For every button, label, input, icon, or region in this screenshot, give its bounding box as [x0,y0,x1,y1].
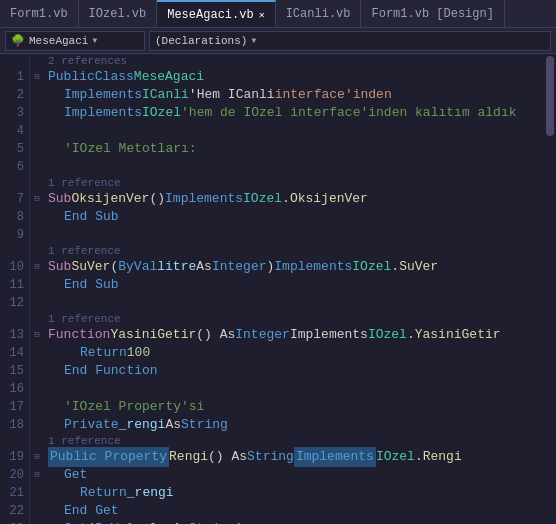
code-line-10: Sub SuVer ( ByVal litre As Integer ) Imp… [48,258,544,276]
ref-line-13: 1 reference [48,312,544,326]
id-litre: litre [157,258,196,276]
code-lines: 2 references Public Class MeseAgaci Impl… [44,54,544,524]
text-hem: 'Hem ICanli [189,86,275,104]
code-line-7: Sub OksijenVer () Implements IOzel . Oks… [48,190,544,208]
ref-line-10: 1 reference [48,244,544,258]
text-as-23: As [173,520,189,524]
code-line-23: Set ( ByVal value As String ) [48,520,544,524]
scrollbar[interactable] [544,54,556,524]
gutter-16 [30,380,44,398]
tab-iozel[interactable]: IOzel.vb [79,0,158,27]
tab-icanli[interactable]: ICanli.vb [276,0,362,27]
gutter-10[interactable]: ⊟ [30,258,44,276]
comment-17: 'IOzel Property'si [64,398,204,416]
gutter-ref10 [30,244,44,258]
tab-form1-design[interactable]: Form1.vb [Design] [361,0,504,27]
ref-text-13: 1 reference [48,312,121,326]
tree-icon: 🌳 [11,34,25,47]
line-num-4: 4 [0,122,24,140]
kw-byval-23: ByVal [95,520,134,524]
line-num-ref19 [0,434,24,448]
gutter-1[interactable]: ⊟ [30,68,44,86]
gutter-19[interactable]: ⊟ [30,448,44,466]
member-dropdown[interactable]: (Declarations) ▼ [149,31,551,51]
gutter-14 [30,344,44,362]
gutter-9 [30,226,44,244]
code-line-17: 'IOzel Property'si [48,398,544,416]
code-line-8: End Sub [48,208,544,226]
id-suver-dot: SuVer [399,258,438,276]
gutter-2 [30,86,44,104]
text-implements-fn: Implements [290,326,368,344]
ref-line-1: 2 references [48,54,544,68]
id-iozel-1: IOzel [142,104,181,122]
line-num-17: 17 [0,398,24,416]
ref-line-7: 1 reference [48,176,544,190]
line-num-2: 2 [0,86,24,104]
dropdowns-bar: 🌳 MeseAgaci ▼ (Declarations) ▼ [0,28,556,54]
ref-text-7: 1 reference [48,176,121,190]
kw-return: Return [80,344,127,362]
id-rengi-dot: Rengi [423,448,462,466]
comment-3: 'hem de IOzel interface'inden kalıtım al… [181,104,516,122]
gutter-12 [30,294,44,312]
text-as-18: As [165,416,181,434]
code-line-4 [48,122,544,140]
line-num-14: 14 [0,344,24,362]
id-oksijenverdot: OksijenVer [290,190,368,208]
kw-end-function: End Function [64,362,158,380]
gutter-ref1 [30,54,44,68]
class-dropdown-label: MeseAgaci [29,35,88,47]
gutter-17 [30,398,44,416]
line-num-8: 8 [0,208,24,226]
kw-function-13: Function [48,326,110,344]
text-paren-19: () As [208,448,247,466]
modified-indicator: ✕ [259,9,265,21]
gutter-ref13 [30,312,44,326]
line-numbers: 1 2 3 4 5 6 7 8 9 10 11 12 13 14 15 16 1… [0,54,30,524]
code-line-20: Get [48,466,544,484]
class-dropdown[interactable]: 🌳 MeseAgaci ▼ [5,31,145,51]
id-suver: SuVer [71,258,110,276]
line-num-20: 20 [0,466,24,484]
gutter-20[interactable]: ⊟ [30,466,44,484]
line-num-21: 21 [0,484,24,502]
code-line-5: 'IOzel Metotları: [48,140,544,158]
id-oksijen: OksijenVer [71,190,149,208]
scrollbar-thumb[interactable] [546,56,554,136]
tab-form1[interactable]: Form1.vb [0,0,79,27]
text-paren-7: () [149,190,165,208]
id-iozel-suver: IOzel [352,258,391,276]
id-iozel-yasin: IOzel [368,326,407,344]
class-dropdown-arrow: ▼ [92,36,97,45]
line-num-18: 18 [0,416,24,434]
kw-implements-1: Implements [64,86,142,104]
ref-text-1: 2 references [48,54,127,68]
code-line-1: Public Class MeseAgaci [48,68,544,86]
gutter-13[interactable]: ⊟ [30,326,44,344]
kw-end-sub-8: End Sub [64,208,119,226]
str-interface-1: interface [275,86,345,104]
line-num-ref10 [0,244,24,258]
code-line-6 [48,158,544,176]
text-byval: ( [110,258,118,276]
kw-implements-2: Implements [64,104,142,122]
line-num-22: 22 [0,502,24,520]
code-line-12 [48,294,544,312]
kw-sub-7: Sub [48,190,71,208]
tab-meseagaci[interactable]: MeseAgaci.vb ✕ [157,0,275,27]
line-num-ref7 [0,176,24,190]
tab-iozel-label: IOzel.vb [89,7,147,21]
text-dot-10: . [391,258,399,276]
code-line-13: Function YasiniGetir () As Integer Imple… [48,326,544,344]
tab-form1-label: Form1.vb [10,7,68,21]
kw-sub-10: Sub [48,258,71,276]
text-dot-7: . [282,190,290,208]
code-line-21: Return _rengi [48,484,544,502]
gutter-7[interactable]: ⊟ [30,190,44,208]
kw-integer-13: Integer [235,326,290,344]
kw-implements-7: Implements [165,190,243,208]
line-num-23: 23 [0,520,24,524]
gutter-23[interactable]: ⊟ [30,520,44,524]
line-num-16: 16 [0,380,24,398]
